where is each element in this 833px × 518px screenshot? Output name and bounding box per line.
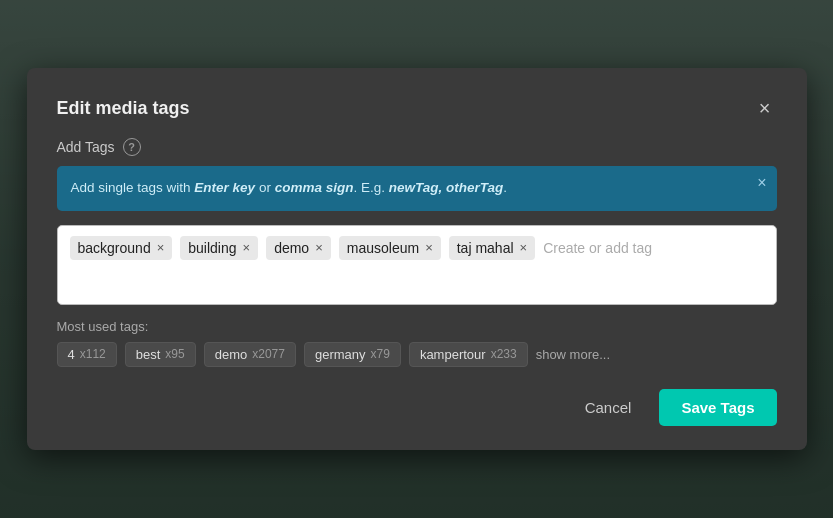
modal-overlay: Edit media tags × Add Tags ? Add single …	[0, 0, 833, 518]
tag-label: building	[188, 240, 236, 256]
dialog-footer: Cancel Save Tags	[57, 389, 777, 426]
cancel-button[interactable]: Cancel	[569, 391, 648, 424]
tags-input-area[interactable]: background×building×demo×mausoleum×taj m…	[57, 225, 777, 305]
used-tag-name: best	[136, 347, 161, 362]
info-box: Add single tags with Enter key or comma …	[57, 166, 777, 210]
tag-label: taj mahal	[457, 240, 514, 256]
add-tags-label: Add Tags ?	[57, 138, 777, 156]
used-tag-count: x112	[80, 347, 106, 361]
help-icon[interactable]: ?	[123, 138, 141, 156]
used-tag-name: kampertour	[420, 347, 486, 362]
tag-remove-button[interactable]: ×	[315, 241, 323, 254]
dialog-title: Edit media tags	[57, 98, 190, 119]
tag-remove-button[interactable]: ×	[520, 241, 528, 254]
used-tag[interactable]: kampertourx233	[409, 342, 528, 367]
edit-tags-dialog: Edit media tags × Add Tags ? Add single …	[27, 68, 807, 449]
most-used-tags: 4x112bestx95demox2077germanyx79kampertou…	[57, 342, 777, 367]
used-tag-count: x233	[491, 347, 517, 361]
most-used-label: Most used tags:	[57, 319, 777, 334]
tag-chip: demo×	[266, 236, 331, 260]
create-tag-placeholder[interactable]: Create or add tag	[543, 240, 652, 256]
tag-label: background	[78, 240, 151, 256]
used-tag[interactable]: 4x112	[57, 342, 117, 367]
dialog-header: Edit media tags ×	[57, 96, 777, 120]
save-tags-button[interactable]: Save Tags	[659, 389, 776, 426]
tag-chip: mausoleum×	[339, 236, 441, 260]
show-more-button[interactable]: show more...	[536, 347, 610, 362]
used-tag[interactable]: demox2077	[204, 342, 296, 367]
info-close-button[interactable]: ×	[757, 174, 766, 192]
used-tag-name: 4	[68, 347, 75, 362]
tag-remove-button[interactable]: ×	[243, 241, 251, 254]
most-used-section: Most used tags: 4x112bestx95demox2077ger…	[57, 319, 777, 367]
tag-label: demo	[274, 240, 309, 256]
used-tag-count: x79	[371, 347, 390, 361]
used-tag[interactable]: germanyx79	[304, 342, 401, 367]
used-tag-name: germany	[315, 347, 366, 362]
tag-chip: taj mahal×	[449, 236, 535, 260]
used-tag-name: demo	[215, 347, 248, 362]
used-tag-count: x2077	[252, 347, 285, 361]
used-tag[interactable]: bestx95	[125, 342, 196, 367]
tag-remove-button[interactable]: ×	[157, 241, 165, 254]
tag-chip: background×	[70, 236, 173, 260]
tag-remove-button[interactable]: ×	[425, 241, 433, 254]
used-tag-count: x95	[165, 347, 184, 361]
info-text: Add single tags with Enter key or comma …	[71, 180, 507, 195]
tag-chip: building×	[180, 236, 258, 260]
tag-label: mausoleum	[347, 240, 419, 256]
dialog-close-button[interactable]: ×	[753, 96, 777, 120]
